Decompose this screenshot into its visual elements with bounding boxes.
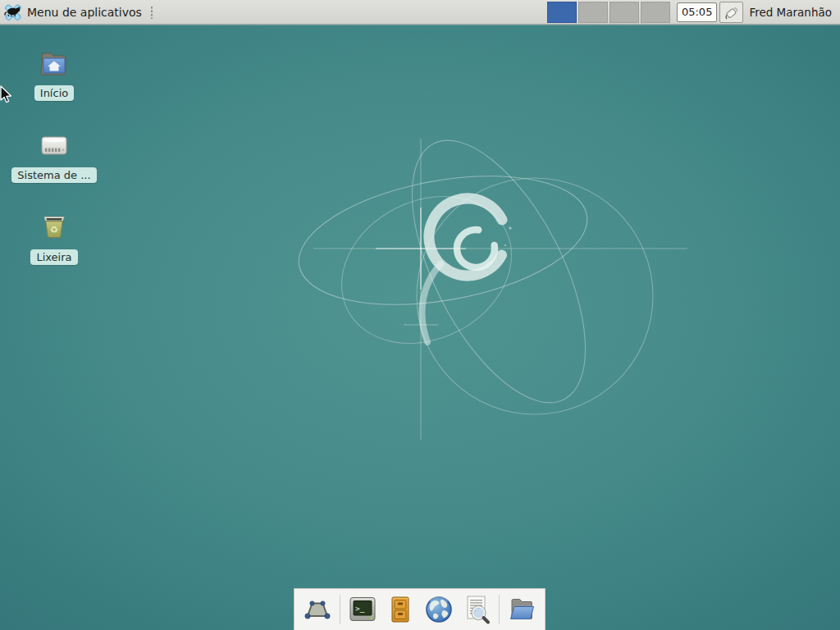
dock-separator xyxy=(499,595,500,624)
terminal-icon: >_ xyxy=(347,594,378,625)
workspace-4[interactable] xyxy=(641,2,670,23)
mouse-device-icon xyxy=(724,4,740,21)
terminal-launcher[interactable]: >_ xyxy=(347,593,378,626)
home-folder-icon xyxy=(36,47,72,80)
desktop-icon-label: Lixeira xyxy=(30,249,77,265)
file-cabinet-icon xyxy=(385,594,416,625)
file-manager-launcher[interactable] xyxy=(506,593,537,626)
file-cabinet-launcher[interactable] xyxy=(385,593,416,626)
desktop-icon-trash[interactable]: ♻ Lixeira xyxy=(15,211,94,265)
clock-time: 05:05 xyxy=(682,6,712,18)
desktop-icon-home[interactable]: Início xyxy=(15,47,94,101)
trash-icon: ♻ xyxy=(36,211,72,244)
web-browser-globe-icon xyxy=(423,594,454,625)
debian-xfce-desktop: Menu de aplicativos 05:05 xyxy=(0,0,840,630)
recycle-glyph: ♻ xyxy=(50,224,58,235)
workspace-switcher xyxy=(547,2,670,23)
application-finder-icon xyxy=(461,594,492,625)
top-panel: Menu de aplicativos 05:05 xyxy=(0,0,840,25)
clock[interactable]: 05:05 xyxy=(677,2,717,22)
xfce-mouse-logo-icon xyxy=(3,3,23,21)
show-desktop-icon xyxy=(302,594,333,625)
applications-menu-label: Menu de aplicativos xyxy=(27,6,142,19)
workspace-1[interactable] xyxy=(547,2,577,23)
desktop-workspace[interactable]: Início Sist xyxy=(0,25,840,630)
notification-area-button[interactable] xyxy=(719,2,743,23)
desktop-icon-filesystem[interactable]: Sistema de ... xyxy=(15,129,94,183)
web-browser-launcher[interactable] xyxy=(423,593,454,626)
dock-separator xyxy=(340,595,340,624)
bottom-dock-panel: >_ xyxy=(294,588,546,630)
file-manager-folder-icon xyxy=(506,594,537,625)
application-finder-launcher[interactable] xyxy=(461,593,492,626)
debian-swirl-wallpaper-art xyxy=(0,25,840,630)
workspace-3[interactable] xyxy=(609,2,639,23)
desktop-icon-label: Início xyxy=(34,85,74,101)
desktop-icon-label: Sistema de ... xyxy=(11,167,96,183)
show-desktop-button[interactable] xyxy=(302,593,333,626)
session-user-menu[interactable]: Fred Maranhão xyxy=(749,6,832,19)
workspace-2[interactable] xyxy=(578,2,608,23)
applications-menu-button[interactable]: Menu de aplicativos xyxy=(0,0,147,24)
terminal-prompt-glyph: >_ xyxy=(355,604,365,613)
filesystem-drive-icon xyxy=(36,129,72,162)
panel-separator-handle xyxy=(149,6,154,19)
